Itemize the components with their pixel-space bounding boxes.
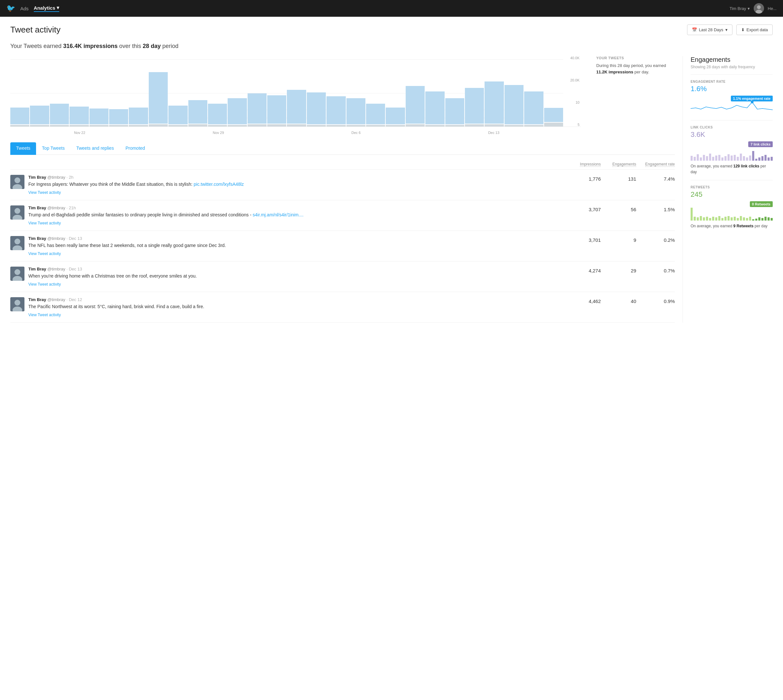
- analytics-nav[interactable]: Analytics ▾: [34, 5, 59, 12]
- bar-main: [149, 72, 168, 123]
- user-name: Tim Bray: [730, 6, 746, 11]
- bar-main: [366, 104, 385, 124]
- svg-rect-27: [715, 155, 717, 161]
- svg-rect-24: [706, 156, 708, 161]
- bar-main: [168, 106, 187, 124]
- svg-rect-53: [712, 217, 714, 220]
- chart-bar-group: [366, 59, 385, 127]
- svg-rect-71: [768, 217, 770, 220]
- svg-rect-51: [706, 217, 708, 220]
- chart-bar-group: [465, 59, 484, 127]
- view-tweet-activity[interactable]: View Tweet activity: [28, 282, 61, 287]
- user-menu[interactable]: Tim Bray ▾: [730, 6, 750, 11]
- svg-rect-63: [743, 217, 745, 220]
- tab-tweets-replies[interactable]: Tweets and replies: [70, 142, 120, 155]
- view-tweet-activity[interactable]: View Tweet activity: [28, 313, 61, 317]
- avatar: [10, 175, 25, 189]
- chart-bar-group: [90, 59, 108, 127]
- tweet-meta: Tim Bray @timbray · Dec 13: [28, 267, 565, 272]
- chart-bar-group: [485, 59, 503, 127]
- svg-rect-68: [758, 217, 760, 220]
- svg-rect-46: [691, 208, 693, 220]
- retweets-chart: Dec 15 0 Retweets: [691, 201, 773, 220]
- chart-bar-group: [287, 59, 306, 127]
- bar-main: [50, 104, 69, 124]
- export-button[interactable]: ⬇ Export data: [736, 25, 773, 35]
- link-clicks-avg-prefix: On average, you earned: [691, 164, 733, 168]
- svg-rect-54: [715, 217, 717, 220]
- export-label: Export data: [746, 27, 768, 32]
- chart-bars: [10, 56, 563, 127]
- tweet-time: · Dec 12: [66, 297, 82, 302]
- y-label-1: 40.0K: [566, 56, 580, 60]
- table-row: Tim Bray @timbray · 21hTrump and el-Bagh…: [10, 200, 675, 231]
- svg-rect-25: [709, 153, 711, 161]
- tweet-meta: Tim Bray @timbray · Dec 12: [28, 297, 565, 302]
- tab-promoted[interactable]: Promoted: [120, 142, 151, 155]
- page-actions: 📅 Last 28 Days ▾ ⬇ Export data: [687, 25, 773, 35]
- svg-point-7: [15, 208, 20, 214]
- bar-main: [70, 107, 88, 124]
- tweet-link[interactable]: s4ir.mj.am/nl/s4ir/1inim....: [253, 212, 303, 217]
- bar-secondary: [129, 125, 148, 127]
- avatar: [10, 267, 25, 281]
- bar-secondary: [366, 125, 385, 127]
- y-label-4: 5: [566, 123, 580, 127]
- link-clicks-avg-value: 129 link clicks: [733, 164, 760, 168]
- retweets-avg: On average, you earned 9 Retweets per da…: [691, 223, 773, 229]
- help-label[interactable]: He...: [768, 6, 776, 11]
- twitter-logo-icon: 🐦: [7, 4, 15, 13]
- link-clicks-tooltip-value: 7 link clicks: [748, 142, 773, 147]
- view-tweet-activity[interactable]: View Tweet activity: [28, 190, 61, 195]
- bar-secondary: [248, 124, 267, 127]
- tweet-engagements: 56: [601, 205, 636, 212]
- tweet-meta: Tim Bray @timbray · 21h: [28, 205, 565, 210]
- summary-impressions: 316.4K impressions: [63, 43, 118, 49]
- bar-secondary: [406, 124, 425, 127]
- full-layout: 40.0K 20.0K 10 5 Nov 22 Nov 29 Dec 6: [10, 56, 773, 323]
- bar-main: [445, 98, 464, 124]
- svg-rect-36: [743, 156, 745, 161]
- svg-rect-28: [718, 155, 720, 161]
- chart-bar-group: [386, 59, 405, 127]
- tweet-impressions: 4,274: [565, 267, 601, 273]
- tweet-handle: @timbray: [47, 236, 65, 241]
- x-label-nov29: Nov 29: [213, 131, 224, 135]
- svg-rect-72: [771, 218, 773, 220]
- tweet-link[interactable]: pic.twitter.com/lxyfsA48lz: [194, 182, 244, 187]
- summary-suffix: period: [161, 43, 178, 49]
- bar-secondary: [267, 124, 286, 127]
- engagement-rate-label: ENGAGEMENT RATE: [691, 80, 773, 83]
- bar-main: [228, 98, 247, 124]
- bar-main: [267, 95, 286, 123]
- summary-prefix: Your Tweets earned: [10, 43, 63, 49]
- bar-secondary: [10, 125, 29, 127]
- bar-secondary: [188, 124, 207, 127]
- svg-rect-33: [734, 155, 736, 161]
- engagement-rate-value: 1.6%: [691, 85, 773, 93]
- tab-top-tweets[interactable]: Top Tweets: [36, 142, 70, 155]
- avatar[interactable]: [754, 3, 764, 13]
- bar-main: [386, 108, 405, 124]
- svg-rect-29: [721, 157, 723, 161]
- tweet-rate: 0.2%: [636, 236, 675, 243]
- view-tweet-activity[interactable]: View Tweet activity: [28, 221, 61, 225]
- chart-bar-group: [544, 59, 563, 127]
- tweet-handle: @timbray: [47, 205, 65, 210]
- chart-bar-group: [10, 59, 29, 127]
- bar-main: [287, 90, 306, 123]
- right-panel: Engagements Showing 28 days with daily f…: [683, 56, 773, 323]
- x-label-dec13: Dec 13: [488, 131, 499, 135]
- date-range-button[interactable]: 📅 Last 28 Days ▾: [687, 25, 733, 35]
- svg-rect-57: [725, 217, 726, 220]
- tweet-body: Tim Bray @timbray · Dec 12The Pacific No…: [28, 297, 565, 317]
- link-clicks-section: LINK CLICKS 3.6K: [691, 125, 773, 175]
- svg-rect-20: [694, 157, 696, 161]
- bar-secondary: [347, 125, 365, 127]
- chart-section: 40.0K 20.0K 10 5 Nov 22 Nov 29 Dec 6: [10, 56, 675, 136]
- bar-main: [10, 108, 29, 124]
- chart-bar-group: [149, 59, 168, 127]
- tab-tweets[interactable]: Tweets: [10, 142, 36, 155]
- tweet-rate: 0.9%: [636, 297, 675, 304]
- view-tweet-activity[interactable]: View Tweet activity: [28, 252, 61, 256]
